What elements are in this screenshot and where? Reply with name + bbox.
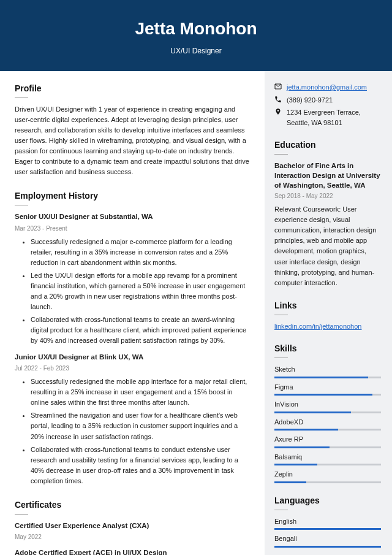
skill-fill: [274, 446, 330, 448]
skill-name: Sketch: [274, 364, 381, 375]
languages-section: Languages EnglishBengali: [274, 494, 381, 548]
divider: [274, 510, 288, 510]
skill-name: AdobeXD: [274, 417, 381, 427]
person-name: Jetta Monohon: [0, 16, 392, 42]
links-section: Links linkedin.com/in/jettamonohon: [274, 299, 381, 332]
education-title: Bachelor of Fine Arts in Interaction Des…: [274, 161, 381, 190]
phone-text: (389) 920-9721: [287, 95, 333, 105]
job-entry: Senior UX/UI Designer at Substantial, WA…: [15, 212, 250, 346]
contact-phone-row: (389) 920-9721: [274, 95, 381, 105]
job-title: Junior UX/UI Designer at Blink UX, WA: [15, 352, 250, 362]
education-date: Sep 2018 - May 2022: [274, 191, 381, 201]
divider: [15, 98, 28, 98]
languages-heading: Languages: [274, 494, 381, 507]
profile-text: Driven UX/UI Designer with 1 year of exp…: [15, 104, 250, 177]
job-bullets: Successfully redesigned the mobile app i…: [15, 377, 250, 486]
skill-bar: [274, 464, 381, 465]
divider: [15, 205, 28, 205]
address-text: 1234 Evergreen Terrace, Seattle, WA 9810…: [287, 107, 381, 128]
language-name: Bengali: [274, 534, 381, 544]
skill-name: Axure RP: [274, 434, 381, 445]
language-bar: [274, 546, 381, 548]
skill-name: InVision: [274, 399, 381, 410]
bullet: Collaborated with cross-functional teams…: [31, 445, 250, 486]
bullet: Collaborated with cross-functional teams…: [31, 315, 250, 346]
job-title: Senior UX/UI Designer at Substantial, WA: [15, 212, 250, 222]
divider: [274, 358, 288, 358]
contact-section: jetta.monohon@gmail.com (389) 920-9721 1…: [274, 82, 381, 128]
divider: [274, 315, 288, 315]
main-column: Profile Driven UX/UI Designer with 1 yea…: [0, 71, 265, 555]
phone-icon: [274, 95, 282, 103]
profile-section: Profile Driven UX/UI Designer with 1 yea…: [15, 82, 250, 177]
skill-fill: [274, 481, 306, 483]
certificate-title: Adobe Certified Expert (ACE) in UI/UX De…: [15, 548, 250, 555]
skill-bar: [274, 446, 381, 448]
job-bullets: Successfully redesigned a major e-commer…: [15, 237, 250, 346]
certificate-title: Certified User Experience Analyst (CXA): [15, 521, 250, 531]
divider: [274, 154, 288, 155]
bullet: Streamlined the navigation and user flow…: [31, 410, 250, 442]
language-name: English: [274, 516, 381, 527]
education-heading: Education: [274, 139, 381, 151]
certificate-date: May 2022: [15, 532, 250, 542]
location-icon: [274, 107, 282, 115]
skill-bar: [274, 481, 381, 483]
language-fill: [274, 528, 381, 530]
skill-fill: [274, 377, 368, 378]
header: Jetta Monohon UX/UI Designer: [0, 0, 392, 71]
employment-heading: Employment History: [15, 189, 250, 202]
skill-fill: [274, 429, 338, 431]
skill-name: Figma: [274, 382, 381, 392]
employment-section: Employment History Senior UX/UI Designer…: [15, 189, 250, 486]
contact-email-row: jetta.monohon@gmail.com: [274, 82, 381, 93]
education-text: Relevant Coursework: User experience des…: [274, 204, 381, 288]
person-title: UX/UI Designer: [0, 45, 392, 56]
skill-name: Zeplin: [274, 469, 381, 480]
skill-bar: [274, 429, 381, 431]
skill-bar: [274, 394, 381, 396]
education-section: Education Bachelor of Fine Arts in Inter…: [274, 139, 381, 288]
certificates-section: Certificates Certified User Experience A…: [15, 499, 250, 555]
sidebar: jetta.monohon@gmail.com (389) 920-9721 1…: [265, 71, 392, 555]
skill-fill: [274, 394, 372, 396]
language-bar: [274, 528, 381, 530]
content: Profile Driven UX/UI Designer with 1 yea…: [0, 71, 392, 555]
skills-heading: Skills: [274, 342, 381, 355]
skills-section: Skills SketchFigmaInVisionAdobeXDAxure R…: [274, 342, 381, 483]
contact-address-row: 1234 Evergreen Terrace, Seattle, WA 9810…: [274, 107, 381, 128]
job-date: Mar 2023 - Present: [15, 224, 250, 233]
linkedin-link[interactable]: linkedin.com/in/jettamonohon: [274, 323, 361, 330]
profile-heading: Profile: [15, 82, 250, 95]
skill-bar: [274, 377, 381, 378]
bullet: Successfully redesigned a major e-commer…: [31, 237, 250, 268]
language-fill: [274, 546, 381, 548]
divider: [15, 514, 28, 515]
skill-name: Balsamiq: [274, 452, 381, 462]
bullet: Led the UX/UI design efforts for a mobil…: [31, 270, 250, 312]
skill-fill: [274, 411, 351, 413]
job-date: Jul 2022 - Feb 2023: [15, 364, 250, 373]
skill-fill: [274, 464, 317, 465]
links-heading: Links: [274, 299, 381, 312]
bullet: Successfully redesigned the mobile app i…: [31, 377, 250, 408]
job-entry: Junior UX/UI Designer at Blink UX, WA Ju…: [15, 352, 250, 486]
email-icon: [274, 82, 282, 90]
skill-bar: [274, 411, 381, 413]
email-link[interactable]: jetta.monohon@gmail.com: [287, 82, 367, 93]
certificates-heading: Certificates: [15, 499, 250, 511]
